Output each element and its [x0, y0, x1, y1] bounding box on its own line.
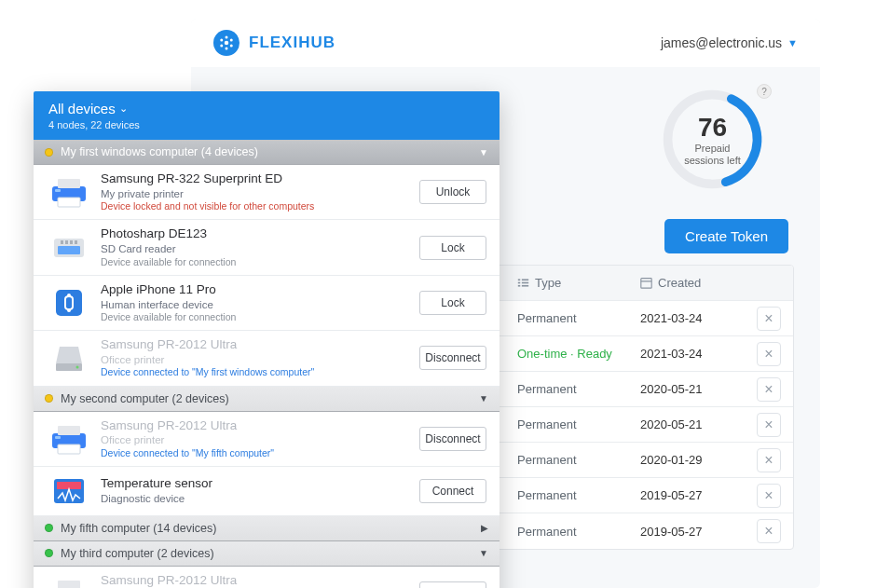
token-created: 2021-03-24: [631, 338, 752, 369]
printer-icon: [47, 174, 91, 210]
status-dot-icon: [45, 394, 53, 403]
svg-point-0: [225, 41, 229, 46]
delete-token-button[interactable]: ×: [757, 413, 781, 437]
token-created: 2021-03-24: [631, 303, 752, 334]
token-type: Permanent: [508, 480, 631, 511]
svg-rect-10: [518, 282, 520, 284]
device-name: Samsung PR-322 Superprint ED: [101, 171, 410, 187]
svg-rect-39: [58, 581, 80, 588]
svg-point-3: [220, 39, 223, 42]
printer-icon: [47, 421, 91, 457]
device-name: Samsung PR-2012 Ultra: [101, 418, 410, 434]
token-type: Permanent: [508, 516, 631, 547]
status-dot-icon: [45, 148, 53, 157]
delete-token-button[interactable]: ×: [757, 519, 781, 543]
svg-rect-33: [58, 426, 80, 435]
status-dot-icon: [45, 549, 53, 557]
node-header[interactable]: My first windows computer (4 devices)▼: [34, 140, 500, 165]
device-status: Device available for connection: [101, 311, 410, 323]
account-menu[interactable]: james@electronic.us ▼: [661, 35, 798, 50]
sessions-caption: Prepaid sessions left: [684, 143, 741, 166]
hdd-icon: [47, 340, 91, 376]
device-action-button[interactable]: Connect: [419, 479, 486, 503]
device-row: Samsung PR-322 Superprint EDMy private p…: [34, 165, 500, 220]
device-row: Samsung PR-2012 UltraOficce printerDevic…: [34, 567, 500, 588]
account-email: james@electronic.us: [661, 35, 782, 50]
device-status: Device connected to "My first windows co…: [101, 366, 410, 378]
device-row: Temperature sensorDiagnostic deviceConne…: [34, 467, 500, 516]
device-row: Samsung PR-2012 UltraOficce printerDevic…: [34, 412, 500, 467]
device-name: Apple iPhone 11 Pro: [101, 282, 410, 298]
device-action-button[interactable]: Lock: [419, 236, 486, 260]
device-panel: All devices ⌄ 4 nodes, 22 devices My fir…: [34, 91, 500, 588]
token-type: Permanent: [508, 303, 631, 334]
device-category: Diagnostic device: [101, 492, 410, 505]
device-action-button[interactable]: Disconnect: [419, 581, 486, 588]
delete-token-button[interactable]: ×: [757, 377, 781, 402]
device-row: Photosharp DE123SD Card readerDevice ava…: [34, 220, 500, 275]
delete-token-button[interactable]: ×: [757, 484, 781, 508]
delete-token-button[interactable]: ×: [757, 448, 781, 472]
node-label: My fifth computer (14 devices): [61, 522, 216, 535]
device-status: Device available for connection: [101, 256, 410, 268]
device-status: Device locked and not visible for other …: [101, 200, 410, 212]
chevron-down-icon: ⌄: [119, 103, 128, 115]
svg-rect-9: [518, 279, 520, 280]
device-row: Apple iPhone 11 ProHuman interface devic…: [34, 276, 500, 331]
svg-rect-14: [522, 285, 528, 287]
brand-name: FLEXIHUB: [249, 34, 335, 52]
expand-icon: ▶: [481, 523, 488, 533]
svg-rect-22: [58, 246, 80, 254]
device-action-button[interactable]: Disconnect: [419, 427, 486, 451]
device-filter[interactable]: All devices ⌄: [48, 101, 485, 116]
device-name: Samsung PR-2012 Ultra: [101, 573, 410, 588]
delete-token-button[interactable]: ×: [757, 342, 781, 366]
device-action-button[interactable]: Unlock: [419, 180, 486, 204]
svg-point-1: [226, 36, 228, 39]
help-icon[interactable]: ?: [757, 84, 772, 99]
expand-icon: ▼: [479, 548, 488, 558]
node-label: My first windows computer (4 devices): [61, 145, 258, 158]
list-icon: [517, 277, 529, 289]
topbar: FLEXIHUB james@electronic.us ▼: [191, 19, 820, 67]
device-action-button[interactable]: Lock: [419, 291, 486, 315]
device-panel-header: All devices ⌄ 4 nodes, 22 devices: [34, 91, 500, 140]
svg-point-31: [76, 366, 79, 369]
token-type: One-time · Ready: [508, 338, 631, 369]
svg-rect-23: [61, 240, 63, 244]
svg-rect-13: [522, 282, 528, 284]
expand-icon: ▼: [479, 147, 488, 157]
token-created: 2020-05-21: [631, 374, 752, 404]
svg-rect-12: [522, 279, 528, 280]
svg-rect-24: [65, 240, 68, 244]
create-token-button[interactable]: Create Token: [664, 219, 788, 253]
printer-icon: [47, 576, 91, 588]
token-created: 2020-01-29: [631, 444, 752, 475]
sessions-count: 76: [698, 113, 727, 143]
monitor-icon: [47, 473, 91, 509]
svg-rect-34: [58, 444, 80, 454]
node-header[interactable]: My third computer (2 devices)▼: [34, 541, 500, 567]
delete-token-button[interactable]: ×: [757, 307, 781, 331]
device-category: SD Card reader: [101, 242, 410, 255]
svg-rect-25: [70, 240, 73, 244]
sdcard-icon: [47, 230, 91, 266]
svg-point-5: [220, 45, 223, 48]
svg-point-2: [226, 48, 228, 50]
token-type: Permanent: [508, 409, 631, 440]
device-action-button[interactable]: Disconnect: [419, 346, 486, 370]
col-type-label: Type: [535, 276, 561, 290]
device-name: Samsung PR-2012 Ultra: [101, 337, 410, 353]
brand: FLEXIHUB: [213, 30, 335, 56]
svg-point-4: [230, 39, 233, 42]
svg-rect-15: [641, 279, 651, 289]
device-status: Device connected to "My fifth computer": [101, 447, 410, 459]
col-created-label: Created: [658, 276, 701, 290]
node-header[interactable]: My second computer (2 devices)▼: [34, 387, 500, 412]
device-row: Samsung PR-2012 UltraOficce printerDevic…: [34, 331, 500, 386]
expand-icon: ▼: [479, 393, 488, 403]
svg-rect-20: [55, 189, 61, 192]
node-header[interactable]: My fifth computer (14 devices)▶: [34, 516, 500, 541]
token-created: 2019-05-27: [631, 480, 752, 511]
node-label: My second computer (2 devices): [61, 392, 229, 405]
